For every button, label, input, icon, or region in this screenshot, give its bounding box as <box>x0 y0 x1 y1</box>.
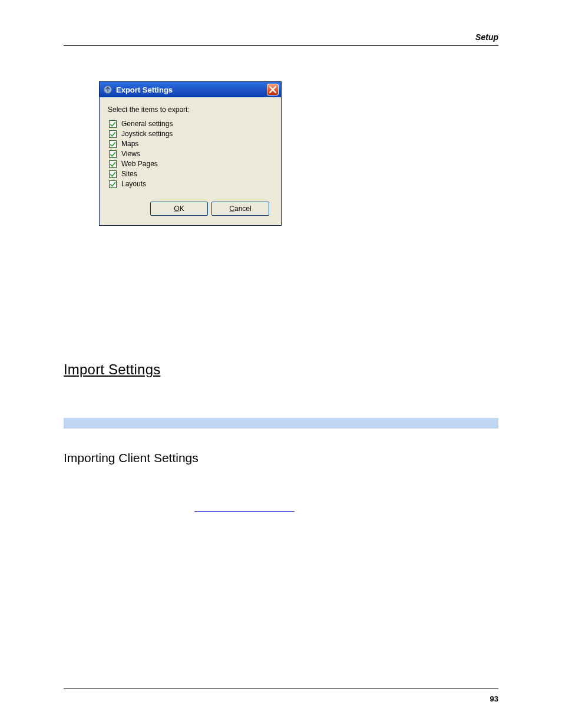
cancel-button[interactable]: Cancel <box>211 202 269 216</box>
checkbox-views[interactable]: Views <box>109 150 273 158</box>
checkbox-icon <box>109 160 117 168</box>
checkbox-label: Views <box>121 150 140 158</box>
checkbox-label: Layouts <box>121 180 146 188</box>
checkbox-icon <box>109 180 117 188</box>
cancel-rest: ancel <box>234 205 252 213</box>
document-page: Setup Export Settings Select the items t… <box>0 0 562 728</box>
header-section-label: Setup <box>64 32 498 45</box>
cancel-accel: C <box>229 205 234 213</box>
link-underline <box>194 511 295 512</box>
checkbox-joystick-settings[interactable]: Joystick settings <box>109 130 273 138</box>
section-bar <box>64 418 498 429</box>
page-number: 93 <box>490 694 498 703</box>
header-rule <box>64 45 498 46</box>
heading-importing-client-settings: Importing Client Settings <box>64 451 498 465</box>
footer-rule <box>64 689 498 689</box>
checkbox-general-settings[interactable]: General settings <box>109 120 273 128</box>
checkbox-layouts[interactable]: Layouts <box>109 180 273 188</box>
checkbox-web-pages[interactable]: Web Pages <box>109 160 273 168</box>
dialog-prompt: Select the items to export: <box>108 106 273 114</box>
close-icon <box>269 86 276 93</box>
checkbox-icon <box>109 170 117 178</box>
checkbox-sites[interactable]: Sites <box>109 170 273 178</box>
checkbox-icon <box>109 130 117 138</box>
checkbox-icon <box>109 120 117 128</box>
export-icon <box>103 85 113 94</box>
dialog-titlebar[interactable]: Export Settings <box>100 82 281 97</box>
close-button[interactable] <box>267 84 279 95</box>
dialog-title: Export Settings <box>116 85 267 94</box>
checkbox-maps[interactable]: Maps <box>109 140 273 148</box>
export-settings-dialog: Export Settings Select the items to expo… <box>99 81 282 226</box>
ok-accel: O <box>174 205 179 213</box>
heading-import-settings: Import Settings <box>64 361 498 378</box>
dialog-body: Select the items to export: General sett… <box>100 97 281 225</box>
checkbox-label: Web Pages <box>121 160 158 168</box>
dialog-button-row: OK Cancel <box>108 190 273 222</box>
checkbox-label: Maps <box>121 140 138 148</box>
ok-rest: K <box>180 205 184 213</box>
ok-button[interactable]: OK <box>150 202 208 216</box>
checkbox-icon <box>109 140 117 148</box>
checkbox-icon <box>109 150 117 158</box>
checkbox-label: Sites <box>121 170 137 178</box>
checkbox-label: General settings <box>121 120 173 128</box>
checkbox-label: Joystick settings <box>121 130 173 138</box>
